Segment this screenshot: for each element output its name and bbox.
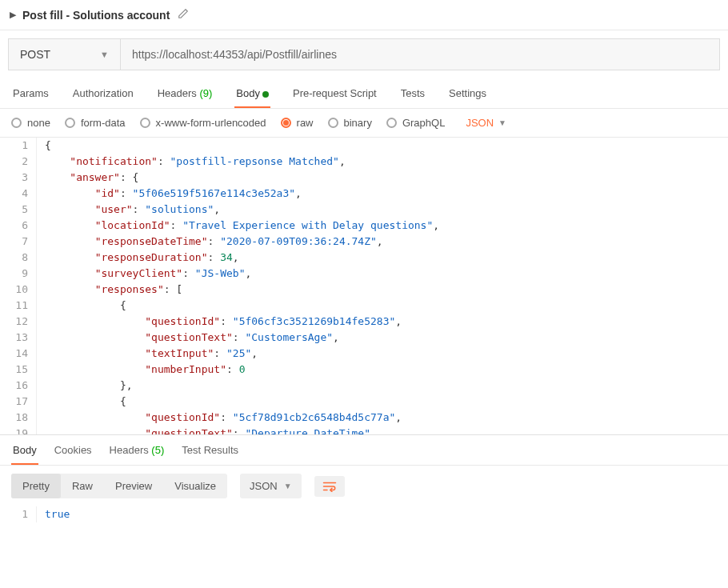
editor-line[interactable]: 4 "id": "5f06e519f5167e114c3e52a3",: [0, 186, 728, 202]
line-number: 9: [0, 266, 37, 282]
token-punct: ,: [433, 219, 439, 231]
body-type-label: form-data: [81, 117, 126, 129]
editor-line[interactable]: 16 },: [0, 378, 728, 394]
response-type-select[interactable]: JSON ▼: [240, 474, 302, 498]
response-tab-test-results[interactable]: Test Results: [180, 436, 240, 464]
response-tab-body[interactable]: Body: [11, 436, 38, 464]
line-number: 6: [0, 218, 37, 234]
request-body-editor[interactable]: 1{2 "notification": "postfill-repsonse M…: [0, 138, 728, 435]
wrap-lines-button[interactable]: [314, 476, 345, 497]
tab-pre-request-script[interactable]: Pre-request Script: [291, 79, 378, 107]
radio-icon: [386, 118, 397, 128]
view-mode-raw[interactable]: Raw: [61, 474, 104, 498]
editor-line[interactable]: 2 "notification": "postfill-repsonse Mat…: [0, 154, 728, 170]
request-title: Post fill - Solutions account: [22, 9, 170, 22]
tab-settings[interactable]: Settings: [447, 79, 488, 107]
token-punct: {: [45, 139, 51, 151]
token-punct: ,: [395, 411, 402, 423]
raw-type-select[interactable]: JSON▼: [466, 117, 506, 129]
tab-tests[interactable]: Tests: [399, 79, 426, 107]
line-number: 3: [0, 170, 37, 186]
editor-line[interactable]: 17 {: [0, 394, 728, 410]
code-content: "responses": [: [37, 282, 728, 298]
line-number: 14: [0, 346, 37, 362]
response-body[interactable]: 1 true: [0, 506, 728, 535]
editor-line[interactable]: 15 "numberInput": 0: [0, 362, 728, 378]
line-number: 8: [0, 250, 37, 266]
line-number: 7: [0, 234, 37, 250]
tab-body[interactable]: Body: [234, 79, 270, 107]
code-content: "questionText": "Departure DateTime",: [37, 426, 728, 435]
token-key: "answer": [70, 171, 120, 183]
http-method-select[interactable]: POST ▼: [9, 39, 121, 70]
editor-line[interactable]: 5 "user": "solutions",: [0, 202, 728, 218]
radio-icon: [328, 118, 338, 128]
response-tab-headers[interactable]: Headers (5): [108, 436, 166, 464]
response-body-text: true: [37, 506, 728, 522]
line-number: 2: [0, 154, 37, 170]
token-num: 0: [239, 363, 246, 375]
url-input[interactable]: https://localhost:44353/api/Postfill/air…: [121, 39, 719, 70]
response-type-label: JSON: [250, 480, 278, 492]
body-type-none[interactable]: none: [11, 117, 50, 129]
body-type-GraphQL[interactable]: GraphQL: [386, 117, 445, 129]
token-key: "user": [95, 203, 133, 215]
token-str: "2020-07-09T09:36:24.74Z": [220, 235, 377, 247]
editor-line[interactable]: 3 "answer": {: [0, 170, 728, 186]
url-text: https://localhost:44353/api/Postfill/air…: [132, 48, 337, 61]
token-punct: ,: [295, 187, 302, 199]
code-content: "user": "solutions",: [37, 202, 728, 218]
token-str: "Departure DateTime": [245, 427, 370, 435]
radio-icon: [11, 118, 22, 128]
collapse-caret-icon[interactable]: ▶: [10, 10, 16, 20]
token-punct: ,: [245, 267, 251, 279]
body-type-label: GraphQL: [402, 117, 445, 129]
token-key: "numberInput": [145, 363, 226, 375]
editor-line[interactable]: 6 "locationId": "Travel Experience with …: [0, 218, 728, 234]
token-punct: ,: [370, 427, 377, 435]
body-type-form-data[interactable]: form-data: [65, 117, 126, 129]
chevron-down-icon: ▼: [498, 118, 506, 127]
editor-line[interactable]: 13 "questionText": "CustomersAge",: [0, 330, 728, 346]
token-str: "JS-Web": [195, 267, 246, 279]
view-mode-pretty[interactable]: Pretty: [11, 474, 61, 498]
token-punct: :: [133, 203, 146, 215]
token-key: "responses": [95, 283, 164, 295]
radio-icon: [65, 118, 75, 128]
token-key: "textInput": [145, 347, 214, 359]
tab-authorization[interactable]: Authorization: [71, 79, 135, 107]
editor-line[interactable]: 11 {: [0, 298, 728, 314]
token-key: "locationId": [95, 219, 170, 231]
editor-line[interactable]: 9 "surveyClient": "JS-Web",: [0, 266, 728, 282]
body-type-raw[interactable]: raw: [281, 117, 314, 129]
line-number: 5: [0, 202, 37, 218]
tab-count: (9): [197, 87, 213, 99]
tab-headers[interactable]: Headers (9): [156, 79, 214, 107]
editor-line[interactable]: 19 "questionText": "Departure DateTime",: [0, 426, 728, 435]
body-type-label: raw: [297, 117, 314, 129]
editor-line[interactable]: 8 "responseDuration": 34,: [0, 250, 728, 266]
view-mode-preview[interactable]: Preview: [104, 474, 163, 498]
token-str: "solutions": [145, 203, 214, 215]
response-tab-cookies[interactable]: Cookies: [53, 436, 94, 464]
token-punct: ,: [214, 203, 220, 215]
editor-line[interactable]: 10 "responses": [: [0, 282, 728, 298]
edit-icon[interactable]: [178, 8, 189, 22]
body-type-x-www-form-urlencoded[interactable]: x-www-form-urlencoded: [140, 117, 266, 129]
editor-line[interactable]: 18 "questionId": "5cf78d91cb2c6548b4d5c7…: [0, 410, 728, 426]
body-type-binary[interactable]: binary: [328, 117, 372, 129]
token-punct: :: [158, 155, 170, 167]
line-number: 16: [0, 378, 37, 394]
tab-params[interactable]: Params: [11, 79, 50, 107]
view-mode-visualize[interactable]: Visualize: [163, 474, 227, 498]
code-content: "answer": {: [37, 170, 728, 186]
editor-line[interactable]: 12 "questionId": "5f06cf3c3521269b14fe52…: [0, 314, 728, 330]
token-punct: :: [233, 331, 246, 343]
editor-line[interactable]: 14 "textInput": "25",: [0, 346, 728, 362]
code-content: "questionText": "CustomersAge",: [37, 330, 728, 346]
token-punct: :: [182, 267, 195, 279]
editor-line[interactable]: 7 "responseDateTime": "2020-07-09T09:36:…: [0, 234, 728, 250]
editor-line[interactable]: 1{: [0, 138, 728, 154]
tab-count: (5): [149, 444, 165, 456]
line-number: 10: [0, 282, 37, 298]
